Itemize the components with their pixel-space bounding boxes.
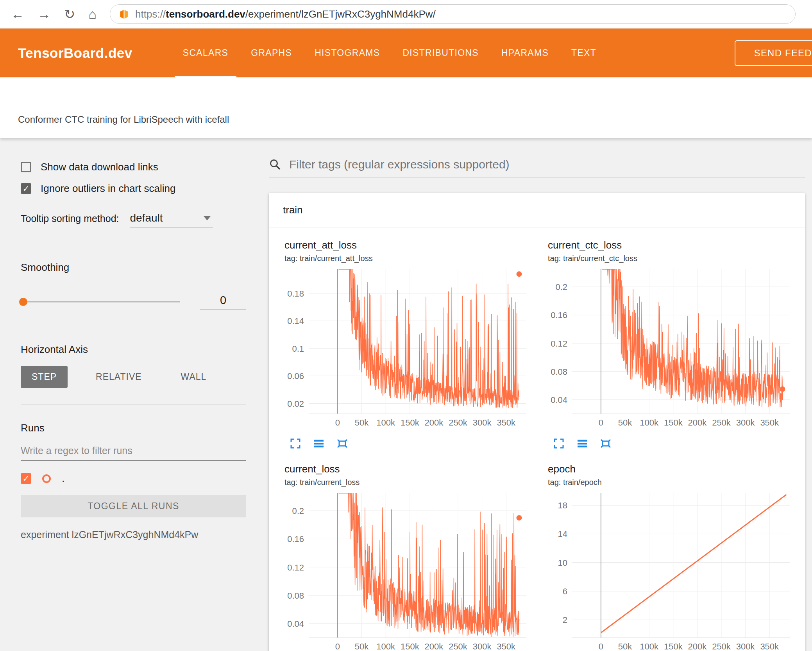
svg-text:350k: 350k [497,418,516,427]
svg-text:150k: 150k [664,642,683,651]
chart-tag: tag: train/current_loss [278,478,532,487]
svg-text:0.12: 0.12 [551,339,567,349]
svg-text:0: 0 [599,642,603,651]
chart-toolbar [289,437,532,450]
bars-icon[interactable] [576,437,588,450]
svg-text:18: 18 [558,501,567,510]
back-icon[interactable]: ← [11,7,24,22]
axis-wall-button[interactable]: WALL [170,366,218,388]
ignore-outliers-checkbox[interactable]: ✓ [21,183,31,194]
home-icon[interactable]: ⌂ [89,7,97,22]
run-color-circle-icon[interactable] [42,474,51,483]
svg-text:0.18: 0.18 [287,289,304,299]
tab-graphs[interactable]: GRAPHS [243,29,300,77]
fullscreen-icon[interactable] [553,437,565,450]
svg-text:300k: 300k [473,418,492,427]
run-checkbox[interactable]: ✓ [21,473,31,484]
runs-filter-input[interactable] [21,441,246,461]
svg-text:14: 14 [558,529,567,539]
runs-heading: Runs [21,422,244,434]
fit-to-data-icon[interactable] [336,437,349,450]
chart-card-current-loss: current_loss tag: train/current_loss 0.0… [278,463,532,651]
svg-text:0.16: 0.16 [551,310,567,320]
svg-text:0.08: 0.08 [551,367,567,377]
chevron-down-icon [204,216,211,220]
tab-scalars[interactable]: SCALARS [175,29,236,77]
chart-card-current-ctc-loss: current_ctc_loss tag: train/current_ctc_… [542,239,796,450]
chart-title: current_loss [278,463,532,475]
smoothing-value[interactable]: 0 [200,294,246,309]
filter-tags-input[interactable] [289,158,805,171]
tooltip-sorting-row: Tooltip sorting method: default [21,212,244,227]
svg-text:50k: 50k [618,642,632,651]
tab-distributions[interactable]: DISTRIBUTIONS [394,29,487,77]
svg-text:10: 10 [558,558,567,568]
tab-text[interactable]: TEXT [563,29,605,77]
svg-text:350k: 350k [497,642,516,651]
svg-text:350k: 350k [760,418,779,427]
svg-text:0.06: 0.06 [287,371,304,381]
svg-text:200k: 200k [688,418,707,427]
run-name: . [62,472,64,485]
tab-hparams[interactable]: HPARAMS [493,29,557,77]
brand-title: TensorBoard.dev [18,45,132,61]
url-text: https://tensorboard.dev/experiment/lzGnE… [135,8,436,20]
content: Show data download links ✓ Ignore outlie… [0,138,812,651]
scalar-chart[interactable]: 26101418050k100k150k200k250k300k350k [542,490,794,651]
show-download-links-checkbox[interactable] [21,162,31,172]
bars-icon[interactable] [313,437,325,450]
smoothing-slider[interactable] [21,301,180,302]
axis-step-button[interactable]: STEP [21,366,68,388]
svg-text:0.14: 0.14 [287,316,304,326]
tab-histograms[interactable]: HISTOGRAMS [306,29,388,77]
smoothing-slider-thumb[interactable] [19,298,27,306]
scalar-chart[interactable]: 0.020.060.10.140.18050k100k150k200k250k3… [278,266,530,435]
settings-sidebar: Show data download links ✓ Ignore outlie… [0,138,247,651]
svg-text:0.16: 0.16 [287,534,304,544]
train-card: train current_att_loss tag: train/curren… [269,193,805,651]
tooltip-sorting-dropdown[interactable]: default [130,212,213,227]
svg-text:250k: 250k [712,642,731,651]
smoothing-slider-row: 0 [21,294,246,309]
divider [21,326,246,326]
train-card-title[interactable]: train [269,193,805,227]
svg-text:300k: 300k [736,642,755,651]
chart-title: current_att_loss [278,239,532,251]
tensorboard-favicon-icon [119,9,129,20]
experiment-id: experiment lzGnETjwRxC3yghNMd4kPw [21,529,244,540]
svg-text:2: 2 [563,615,567,625]
toggle-all-runs-button[interactable]: TOGGLE ALL RUNS [21,495,246,517]
fit-to-data-icon[interactable] [599,437,612,450]
top-nav: SCALARS GRAPHS HISTOGRAMS DISTRIBUTIONS … [175,29,605,77]
app-header: TensorBoard.dev SCALARS GRAPHS HISTOGRAM… [0,29,812,77]
svg-text:0.08: 0.08 [287,591,304,601]
svg-text:100k: 100k [376,418,395,427]
ignore-outliers-row: ✓ Ignore outliers in chart scaling [21,182,244,195]
reload-icon[interactable]: ↻ [64,6,75,22]
horizontal-axis-heading: Horizontal Axis [21,343,244,356]
axis-relative-button[interactable]: RELATIVE [85,366,153,388]
forward-icon[interactable]: → [38,7,51,22]
svg-text:50k: 50k [355,642,369,651]
divider [21,244,246,244]
chart-card-current-att-loss: current_att_loss tag: train/current_att_… [278,239,532,450]
fullscreen-icon[interactable] [289,437,302,450]
url-scheme: https:// [135,8,166,20]
svg-text:0.2: 0.2 [292,506,304,516]
scalar-chart[interactable]: 0.040.080.120.160.2050k100k150k200k250k3… [278,490,530,651]
chart-tag: tag: train/epoch [542,478,796,487]
svg-text:0: 0 [599,418,603,427]
address-bar[interactable]: https://tensorboard.dev/experiment/lzGnE… [110,4,796,24]
horizontal-axis-buttons: STEP RELATIVE WALL [21,366,244,388]
svg-text:50k: 50k [618,418,632,427]
svg-text:0.1: 0.1 [292,344,304,354]
svg-text:0: 0 [335,642,340,651]
url-domain: tensorboard.dev [166,8,245,20]
scalar-chart[interactable]: 0.040.080.120.160.2050k100k150k200k250k3… [542,266,794,435]
chart-title: epoch [542,463,796,475]
send-feedback-button[interactable]: SEND FEEDBACK [735,40,812,66]
svg-text:0.12: 0.12 [287,563,304,572]
svg-text:350k: 350k [760,642,779,651]
svg-text:200k: 200k [688,642,707,651]
svg-text:300k: 300k [473,642,492,651]
